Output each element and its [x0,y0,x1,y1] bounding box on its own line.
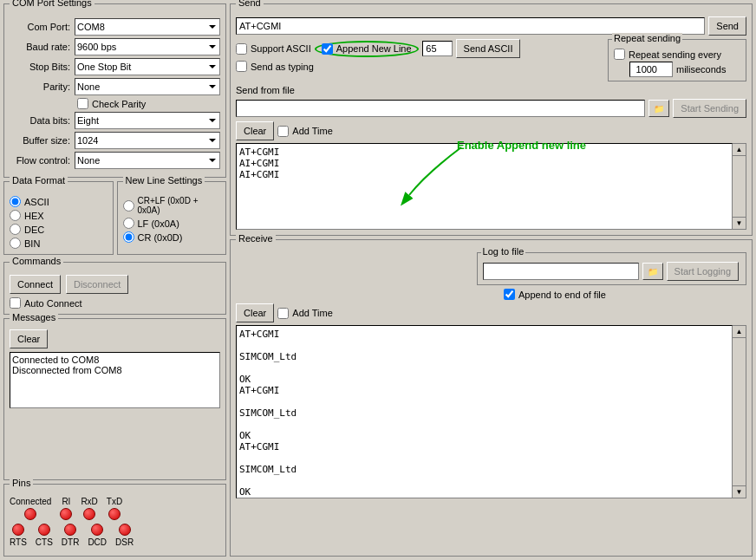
repeat-sending-group: Repeat sending Repeat sending every mili… [608,39,746,81]
messages-title: Messages [10,312,58,322]
num-input[interactable] [422,41,453,56]
scroll-down-arrow[interactable]: ▼ [733,217,746,229]
df-hex-label: HEX [24,211,44,221]
clear-messages-button[interactable]: Clear [10,329,48,348]
buffer-size-select[interactable]: 1024 [75,132,220,149]
com-port-select[interactable]: COM8 [75,18,220,36]
file-path-input[interactable] [236,100,645,117]
messages-text: Connected to COM8 Disconnected from COM8 [12,355,218,375]
df-hex-radio[interactable] [10,210,21,221]
df-ascii-radio[interactable] [10,196,21,207]
recv-scroll-track [733,338,746,485]
pin-dcd-led [91,524,103,536]
add-time-recv-checkbox[interactable] [277,308,289,319]
pin-dcd: DCD [88,524,107,547]
send-ascii-button[interactable]: Send ASCII [456,39,521,58]
data-bits-select[interactable]: Eight [75,112,220,129]
baud-rate-select[interactable]: 9600 bps [75,38,220,55]
pin-connected-label: Connected [10,497,51,506]
append-new-line-highlight: Append New Line [315,41,419,57]
log-browse-button[interactable]: 📁 [642,263,663,280]
add-time-recv-label: Add Time [292,308,332,318]
send-from-file-label: Send from file [236,85,295,95]
scroll-up-arrow[interactable]: ▲ [733,144,746,156]
pin-cts-led [38,524,50,536]
pin-rxd-label: RxD [81,497,97,506]
pin-dsr-led [119,524,131,536]
start-logging-button[interactable]: Start Logging [667,262,739,281]
pin-ri: RI [60,497,72,520]
com-port-settings-title: COM Port Settings [10,0,94,8]
pin-dsr: DSR [115,524,134,547]
pin-rxd: RxD [81,497,97,520]
pin-dtr: DTR [62,524,80,547]
nl-crlf-radio[interactable] [123,200,134,212]
pin-txd-label: TxD [107,497,122,506]
recv-scrollbar[interactable]: ▲ ▼ [733,325,746,498]
pin-dtr-label: DTR [62,537,80,547]
com-port-label: Com Port: [10,22,75,32]
connect-button[interactable]: Connect [10,275,61,294]
pin-rts-label: RTS [10,537,27,547]
pins-group: Pins Connected RI RxD TxD [3,484,226,557]
nl-crlf-label: CR+LF (0x0D + 0x0A) [138,196,221,215]
disconnect-button[interactable]: Disconnect [66,275,128,294]
append-new-line-checkbox[interactable] [322,43,333,55]
clear-send-button[interactable]: Clear [236,121,274,140]
scroll-track [733,156,746,217]
com-port-settings-group: COM Port Settings Com Port: COM8 Baud ra… [3,3,226,178]
pin-connected-led [24,508,36,520]
start-sending-button[interactable]: Start Sending [673,99,746,118]
browse-icon: 📁 [654,104,664,114]
nl-lf-radio[interactable] [123,218,134,229]
new-line-settings-group: New Line Settings CR+LF (0x0D + 0x0A) LF… [117,181,227,255]
buffer-size-label: Buffer size: [10,135,75,146]
receive-log-area[interactable] [236,325,733,498]
flow-control-label: Flow control: [10,155,75,166]
repeat-every-checkbox[interactable] [614,49,625,60]
pin-dcd-label: DCD [88,537,107,547]
support-ascii-checkbox[interactable] [236,43,247,55]
add-time-send-checkbox[interactable] [277,126,289,137]
check-parity-label: Check Parity [92,99,146,109]
stop-bits-label: Stop Bits: [10,62,75,72]
auto-connect-checkbox[interactable] [10,297,21,309]
send-log-area[interactable] [236,143,733,230]
pin-txd: TxD [107,497,122,520]
append-end-checkbox[interactable] [504,289,515,300]
send-input[interactable] [236,17,705,35]
append-end-label: Append to end of file [518,290,606,300]
commands-group: Commands Connect Disconnect Auto Connect [3,262,226,315]
nl-cr-radio[interactable] [123,231,134,243]
parity-label: Parity: [10,81,75,92]
support-ascii-label: Support ASCII [251,43,311,54]
df-ascii-label: ASCII [24,197,49,207]
messages-group: Messages Clear Connected to COM8 Disconn… [3,318,226,480]
pin-dsr-label: DSR [115,537,134,547]
data-format-title: Data Format [10,175,68,186]
pin-ri-led [60,508,72,520]
check-parity-checkbox[interactable] [77,98,88,109]
df-dec-radio[interactable] [10,224,21,235]
pin-dtr-led [64,524,76,536]
repeat-every-label: Repeat sending every [629,49,721,60]
send-scrollbar[interactable]: ▲ ▼ [733,143,746,230]
pin-rts-led [12,524,24,536]
df-bin-radio[interactable] [10,238,21,249]
repeat-title: Repeat sending [612,33,682,43]
recv-scroll-up[interactable]: ▲ [733,326,746,338]
parity-select[interactable]: None [75,78,220,95]
recv-scroll-down[interactable]: ▼ [733,485,746,498]
clear-recv-button[interactable]: Clear [236,303,274,322]
log-browse-icon: 📁 [648,267,658,277]
send-as-typing-checkbox[interactable] [236,61,247,72]
browse-button[interactable]: 📁 [648,100,669,117]
pin-rxd-led [83,508,95,520]
stop-bits-select[interactable]: One Stop Bit [75,58,220,75]
flow-control-select[interactable]: None [75,152,220,169]
send-button[interactable]: Send [708,16,746,36]
baud-rate-label: Baud rate: [10,42,75,52]
repeat-ms-input[interactable] [629,62,673,77]
append-new-line-label: Append New Line [336,43,412,54]
log-file-input[interactable] [483,263,639,280]
